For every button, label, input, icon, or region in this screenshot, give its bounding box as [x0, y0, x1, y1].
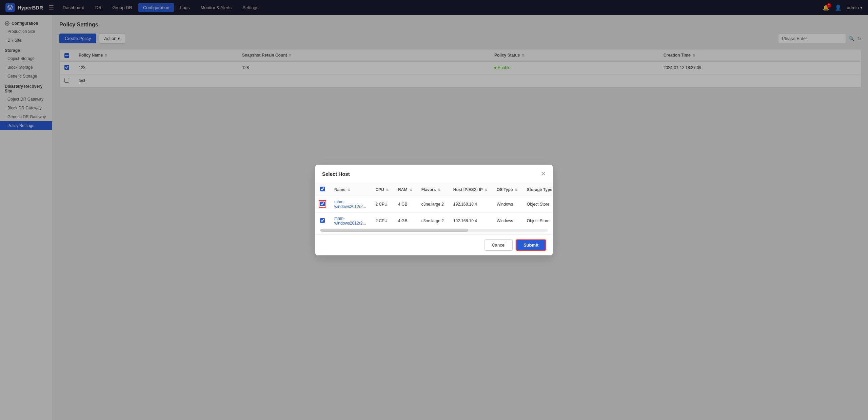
modal-row2-os-type: Windows — [492, 213, 522, 229]
modal-overlay: Select Host ✕ Name ⇅ — [0, 0, 868, 420]
modal-col-flavors: Flavors ⇅ — [417, 183, 449, 196]
modal-row-2: mhm-windows2012r2... 2 CPU 4 GB c3ne.lar… — [315, 213, 553, 229]
modal-footer: Cancel Submit — [315, 234, 553, 255]
modal-scrollbar-thumb — [320, 229, 468, 232]
modal-row1-name[interactable]: mhm-windows2012r2... — [334, 200, 366, 209]
modal-sort-ram[interactable]: ⇅ — [409, 188, 412, 192]
modal-sort-host-ip[interactable]: ⇅ — [485, 188, 487, 192]
modal-row2-flavors: c3ne.large.2 — [417, 213, 449, 229]
modal-row1-cpu: 2 CPU — [371, 196, 393, 213]
modal-row1-ram: 4 GB — [393, 196, 417, 213]
modal-col-host-ip: Host IP/ESXi IP ⇅ — [449, 183, 492, 196]
modal-close-button[interactable]: ✕ — [541, 170, 546, 177]
modal-col-os-type: OS Type ⇅ — [492, 183, 522, 196]
modal-row2-host-ip: 192.168.10.4 — [449, 213, 492, 229]
modal-sort-cpu[interactable]: ⇅ — [386, 188, 389, 192]
cancel-button[interactable]: Cancel — [485, 239, 512, 251]
modal-row1-host-ip: 192.168.10.4 — [449, 196, 492, 213]
modal-row2-ram: 4 GB — [393, 213, 417, 229]
modal-sort-flavors[interactable]: ⇅ — [438, 188, 440, 192]
modal-row1-checkbox[interactable] — [320, 202, 325, 206]
modal-title: Select Host — [322, 171, 350, 177]
modal-body: Name ⇅ CPU ⇅ RAM ⇅ — [315, 183, 553, 232]
modal-row2-storage-type: Object Store — [522, 213, 553, 229]
modal-sort-os[interactable]: ⇅ — [515, 188, 517, 192]
modal-row2-name[interactable]: mhm-windows2012r2... — [334, 216, 366, 226]
modal-col-cpu: CPU ⇅ — [371, 183, 393, 196]
modal-row2-checkbox[interactable] — [320, 218, 325, 223]
modal-col-storage-type: Storage Type ⇅ — [522, 183, 553, 196]
modal-select-all[interactable] — [320, 187, 325, 191]
modal-row1-flavors: c3ne.large.2 — [417, 196, 449, 213]
submit-button[interactable]: Submit — [516, 239, 546, 251]
modal-row2-cpu: 2 CPU — [371, 213, 393, 229]
modal-col-ram: RAM ⇅ — [393, 183, 417, 196]
modal-col-name: Name ⇅ — [330, 183, 371, 196]
modal-row-1: mhm-windows2012r2... 2 CPU 4 GB c3ne.lar… — [315, 196, 553, 213]
modal-header: Select Host ✕ — [315, 165, 553, 183]
select-host-modal: Select Host ✕ Name ⇅ — [315, 165, 553, 255]
modal-table-container: Name ⇅ CPU ⇅ RAM ⇅ — [315, 183, 553, 229]
modal-table: Name ⇅ CPU ⇅ RAM ⇅ — [315, 183, 553, 229]
modal-sort-name[interactable]: ⇅ — [347, 188, 350, 192]
modal-row1-os-type: Windows — [492, 196, 522, 213]
modal-row1-storage-type: Object Store — [522, 196, 553, 213]
modal-scrollbar[interactable] — [320, 229, 548, 232]
